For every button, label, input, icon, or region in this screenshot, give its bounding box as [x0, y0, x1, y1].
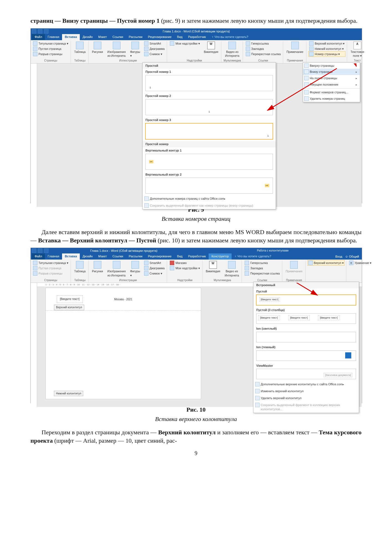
tellme-input[interactable]: ♀ Что вы хотите сделать?: [232, 253, 274, 260]
comment-button[interactable]: Примечание: [285, 41, 304, 54]
tab-review[interactable]: Рецензирование: [145, 34, 174, 40]
menu-top-of-page[interactable]: Вверху страницы: [303, 63, 360, 69]
qat-undo-icon[interactable]: [38, 29, 42, 34]
cross-ref-button[interactable]: Перекрестная ссылка: [245, 52, 281, 57]
gallery-item-plain-2[interactable]: Простой номер 2 1: [143, 93, 276, 117]
gallery-item-ion-light[interactable]: Ion (светлый): [253, 325, 359, 344]
tab-view[interactable]: Вид: [174, 253, 185, 260]
comment-icon: [290, 261, 298, 269]
gallery-item-plain-1[interactable]: Простой номер 1 1: [143, 69, 276, 93]
smartart-button[interactable]: SmartArt: [144, 260, 165, 265]
document-canvas[interactable]: Вверху страницы Внизу страницы На полях …: [37, 63, 362, 207]
tab-design[interactable]: Дизайн: [80, 34, 96, 40]
gallery-item-viewmaster[interactable]: ViewMaster [Заголовок документа]: [253, 363, 359, 381]
my-addins-button[interactable]: Мои надстройки ▾: [169, 266, 200, 271]
gallery-item-plain-3[interactable]: Простой номер 3 1: [143, 117, 276, 141]
tab-developer[interactable]: Разработчик: [185, 34, 209, 40]
menu-current-position[interactable]: Текущее положение: [303, 81, 360, 88]
tab-references[interactable]: Ссылки: [110, 253, 126, 260]
bookmark-button[interactable]: Закладка: [245, 46, 281, 51]
table-button[interactable]: Таблица: [73, 41, 87, 54]
gallery-edit-header[interactable]: Изменить верхний колонтитул: [253, 388, 359, 395]
store-button[interactable]: Магазин: [169, 260, 200, 265]
wikipedia-button[interactable]: WВикипедия: [205, 260, 221, 274]
cover-page-button[interactable]: Титульная страница ▾: [32, 260, 69, 265]
signin-button[interactable]: Вход: [335, 255, 342, 259]
tab-constructor[interactable]: Конструктор: [209, 253, 232, 260]
hyperlink-button[interactable]: Гиперссылка: [244, 260, 280, 265]
wikipedia-button[interactable]: WВикипедия: [203, 41, 219, 54]
qat-redo-icon[interactable]: [44, 29, 48, 34]
gallery-more-office[interactable]: Дополнительные номера страниц с сайта Of…: [143, 195, 276, 202]
bookmark-button[interactable]: Закладка: [244, 266, 280, 271]
table-button[interactable]: Таблица: [73, 260, 87, 274]
hyperlink-button[interactable]: Гиперссылка: [245, 41, 281, 46]
menu-bottom-of-page[interactable]: Внизу страницы: [303, 69, 360, 75]
gallery-more-office[interactable]: Дополнительные верхние колонтитулы с сай…: [253, 381, 359, 388]
equation-button[interactable]: πУравнение ▾: [349, 260, 372, 265]
qat-save-icon[interactable]: [32, 29, 36, 34]
gallery-item-empty[interactable]: Пустой [Введите текст]: [253, 288, 359, 307]
tab-references[interactable]: Ссылки: [110, 34, 126, 40]
tab-file[interactable]: Файл: [32, 34, 45, 40]
page-break-button[interactable]: Разрыв страницы: [32, 52, 69, 57]
tab-developer[interactable]: Разработчик: [185, 253, 209, 260]
header-placeholder[interactable]: [Введите текст]: [57, 295, 83, 303]
page-number-button[interactable]: Номер страницы ▾: [309, 52, 345, 57]
tellme-input[interactable]: ♀ Что вы хотите сделать?: [209, 34, 251, 40]
pictures-button[interactable]: Рисунки: [91, 260, 104, 274]
tab-home[interactable]: Главная: [45, 253, 62, 260]
gallery-remove-header[interactable]: Удалить верхний колонтитул: [253, 395, 359, 402]
shapes-button[interactable]: Фигуры ▾: [129, 260, 141, 278]
group-addins: Магазин Мои надстройки ▾ Надстройки: [169, 260, 202, 283]
tab-layout[interactable]: Макет: [96, 253, 110, 260]
document-canvas[interactable]: 1 · 2 · 3 · 4 · 5 · 6 · 7 · 8 · 9 · 10 ·…: [37, 283, 362, 407]
chart-button[interactable]: Диаграмма: [144, 46, 165, 51]
group-label: Ссылки: [245, 58, 281, 63]
tab-home[interactable]: Главная: [45, 34, 62, 40]
gallery-item-vertical-2[interactable]: Вертикальный контур 2 1: [143, 171, 276, 196]
footer-button[interactable]: Нижний колонтитул ▾: [309, 46, 345, 51]
gallery-item-ion-dark[interactable]: Ion (темный): [253, 344, 359, 363]
chart-button[interactable]: Диаграмма: [144, 266, 165, 271]
textbox-button[interactable]: AТекстовое поле ▾: [349, 41, 365, 58]
tab-layout[interactable]: Макет: [96, 34, 110, 40]
smartart-button[interactable]: SmartArt: [144, 41, 165, 46]
header-button[interactable]: Верхний колонтитул ▾: [308, 260, 344, 265]
gallery-save-selection: Сохранить выделенный фрагмент в коллекци…: [253, 402, 359, 413]
online-pictures-button[interactable]: Изображения из Интернета: [106, 41, 127, 58]
share-button[interactable]: ☺ Общий: [345, 255, 359, 259]
online-pictures-button[interactable]: Изображения из Интернета: [106, 260, 127, 278]
tab-insert[interactable]: Вставка: [62, 253, 80, 260]
screenshot-button[interactable]: Снимок ▾: [144, 52, 165, 57]
tab-view[interactable]: Вид: [174, 34, 185, 40]
blank-page-button[interactable]: Пустая страница: [32, 46, 69, 51]
tab-review[interactable]: Рецензирование: [145, 253, 174, 260]
tab-design[interactable]: Дизайн: [80, 253, 96, 260]
menu-page-margins[interactable]: На полях страницы: [303, 75, 360, 81]
gallery-item-vertical-1[interactable]: Вертикальный контур 1 1: [143, 147, 276, 171]
cross-ref-button[interactable]: Перекрестная ссылка: [244, 271, 280, 276]
tab-file[interactable]: Файл: [32, 253, 45, 260]
window-titlebar: Глава 1.docx - Word (Сбой активации прод…: [31, 29, 362, 34]
tab-insert[interactable]: Вставка: [62, 34, 80, 40]
online-video-button[interactable]: Видео из Интернета: [224, 41, 241, 58]
header-button[interactable]: Верхний колонтитул ▾: [309, 41, 345, 46]
gallery-item-empty-3col[interactable]: Пустой (3 столбца) [Введите текст] [Введ…: [253, 307, 359, 325]
shapes-button[interactable]: Фигуры ▾: [129, 41, 141, 58]
pictures-button[interactable]: Рисунки: [91, 41, 104, 54]
screenshot-button[interactable]: Снимок ▾: [144, 271, 165, 276]
group-symbols: πУравнение ▾: [348, 260, 374, 283]
qat-redo-icon[interactable]: [44, 248, 48, 253]
qat-undo-icon[interactable]: [38, 248, 42, 253]
tab-mailings[interactable]: Рассылки: [126, 253, 145, 260]
cover-page-button[interactable]: Титульная страница ▾: [32, 41, 69, 46]
menu-format-page-numbers[interactable]: Формат номеров страниц...: [303, 89, 360, 96]
tab-mailings[interactable]: Рассылки: [126, 34, 145, 40]
menu-remove-page-numbers[interactable]: Удалить номера страниц: [303, 96, 360, 102]
group-label: Текст: [349, 58, 365, 63]
figure-10-caption: Вставка верхнего колонтитула: [30, 415, 362, 423]
my-addins-button[interactable]: Мои надстройки ▾: [169, 41, 200, 46]
online-video-button[interactable]: Видео из Интернета: [224, 260, 240, 278]
qat-save-icon[interactable]: [32, 248, 36, 253]
